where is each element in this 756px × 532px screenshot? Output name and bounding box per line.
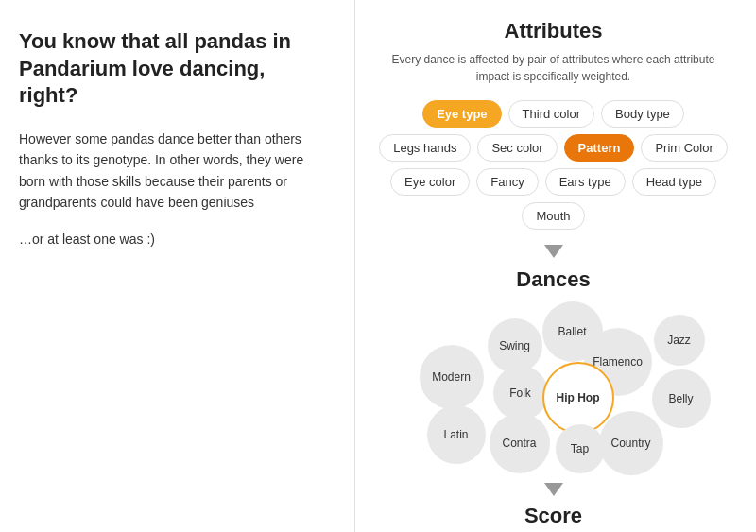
tag-eye-color[interactable]: Eye color xyxy=(390,168,470,196)
tag-prim-color[interactable]: Prim Color xyxy=(641,134,727,162)
tag-eye-type[interactable]: Eye type xyxy=(422,100,501,128)
attributes-subtitle: Every dance is affected by pair of attri… xyxy=(384,51,724,85)
dance-bubble-jazz[interactable]: Jazz xyxy=(654,315,705,366)
tags-container: Eye typeThird colorBody typeLegs handsSe… xyxy=(374,100,733,230)
chevron-down-icon xyxy=(544,245,563,258)
tag-body-type[interactable]: Body type xyxy=(601,100,684,128)
tag-fancy[interactable]: Fancy xyxy=(476,168,538,196)
ellipsis-text: …or at least one was :) xyxy=(19,232,321,247)
attributes-title: Attributes xyxy=(505,19,603,43)
tag-head-type[interactable]: Head type xyxy=(632,168,716,196)
tag-mouth[interactable]: Mouth xyxy=(522,202,584,230)
description-text: However some pandas dance better than ot… xyxy=(19,129,321,214)
tag-legs-hands[interactable]: Legs hands xyxy=(379,134,471,162)
dance-bubble-contra[interactable]: Contra xyxy=(490,413,550,473)
tag-ears-type[interactable]: Ears type xyxy=(545,168,626,196)
left-panel: You know that all pandas in Pandarium lo… xyxy=(0,0,350,532)
chevron-down2-icon xyxy=(544,483,563,496)
dance-cloud: BalletSwingJazzFlamencoModernFolkHip Hop… xyxy=(403,301,705,472)
dance-bubble-latin[interactable]: Latin xyxy=(427,405,486,464)
main-heading: You know that all pandas in Pandarium lo… xyxy=(19,28,321,110)
dance-bubble-belly[interactable]: Belly xyxy=(652,369,711,428)
right-panel: Attributes Every dance is affected by pa… xyxy=(360,0,756,532)
score-title: Score xyxy=(524,504,582,528)
dance-bubble-hip-hop[interactable]: Hip Hop xyxy=(542,362,614,434)
dance-bubble-tap[interactable]: Tap xyxy=(556,424,605,473)
tag-pattern[interactable]: Pattern xyxy=(564,134,635,162)
panel-divider xyxy=(354,0,355,532)
dance-bubble-modern[interactable]: Modern xyxy=(420,345,484,409)
dance-bubble-country[interactable]: Country xyxy=(599,411,663,475)
dances-title: Dances xyxy=(516,267,590,292)
tag-third-color[interactable]: Third color xyxy=(508,100,594,128)
tag-sec-color[interactable]: Sec color xyxy=(477,134,557,162)
score-value: 1000 xyxy=(499,528,609,532)
dance-bubble-swing[interactable]: Swing xyxy=(488,318,542,373)
